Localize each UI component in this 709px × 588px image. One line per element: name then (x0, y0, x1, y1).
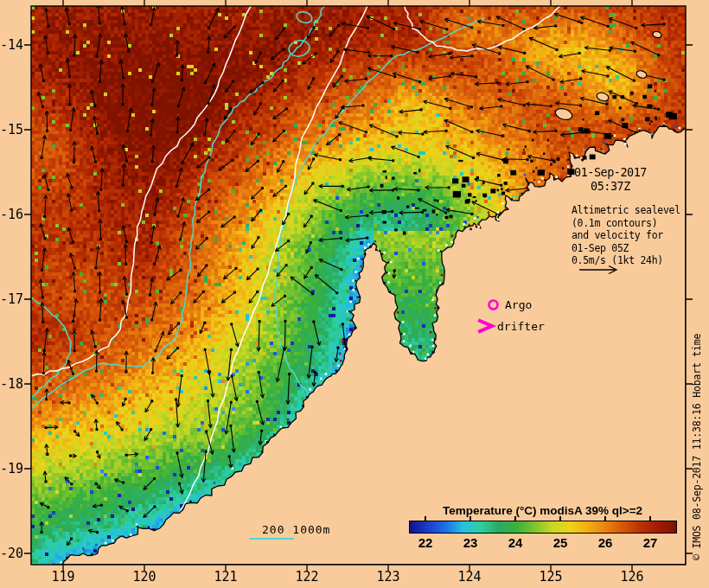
isobath-scale-label: 200 1000m (262, 523, 330, 536)
datetime-annotation: 01-Sep-2017 05:37Z (571, 165, 650, 193)
x-axis-label: 121 (200, 570, 252, 585)
sst-map-canvas (0, 0, 709, 588)
argo-marker-icon (487, 298, 501, 312)
colorbar-tick-label: 24 (498, 535, 533, 550)
date-line: 01-Sep-2017 (571, 165, 650, 179)
isobath-scale-line (249, 538, 294, 540)
colorbar-gradient (409, 521, 677, 534)
altimetric-line: 01-Sep 05Z (572, 242, 680, 255)
colorbar-tick-label: 22 (408, 535, 443, 550)
y-axis-label: -14 (0, 38, 23, 53)
altimetric-line: Altimetric sealevel (572, 204, 680, 217)
y-axis-label: -20 (0, 546, 23, 561)
colorbar-tick-label: 25 (543, 535, 578, 550)
sst-map-figure: -14 -15 -16 -17 -18 -19 -20 119 120 121 … (0, 0, 709, 588)
x-axis-label: 123 (362, 570, 414, 585)
colorbar-tick (604, 516, 606, 521)
y-axis-label: -18 (0, 377, 23, 392)
x-axis-label: 122 (281, 570, 333, 585)
colorbar-title: Temperature (°C) modisA 39% ql>=2 (374, 504, 709, 517)
y-axis-label: -16 (0, 208, 23, 222)
x-axis-label: 119 (37, 570, 89, 585)
colorbar-tick (514, 516, 516, 521)
x-axis-label: 124 (444, 570, 495, 585)
colorbar-tick (649, 516, 651, 521)
x-axis-label: 126 (606, 570, 658, 585)
altimetric-annotation: Altimetric sealevel (0.1m contours) and … (572, 204, 680, 267)
x-axis-label: 125 (525, 570, 577, 585)
colorbar-tick-label: 23 (453, 535, 488, 550)
x-axis-label: 120 (118, 570, 170, 585)
velocity-scale-arrow (578, 264, 623, 276)
argo-label: Argo (505, 298, 532, 311)
altimetric-line: (0.1m contours) (572, 217, 680, 230)
colorbar-tick-label: 26 (588, 535, 623, 550)
time-line: 05:37Z (571, 179, 650, 193)
copyright-text: © IMOS 08-Sep-2017 11:38:16 Hobart time (691, 183, 703, 560)
colorbar-tick (425, 516, 426, 521)
drifter-marker-icon (477, 318, 495, 334)
colorbar-tick (559, 516, 561, 521)
drifter-label: drifter (497, 320, 545, 333)
y-axis-label: -17 (0, 292, 23, 307)
colorbar-tick (469, 516, 471, 521)
y-axis-label: -19 (0, 462, 23, 476)
y-axis-label: -15 (0, 123, 23, 137)
colorbar-tick-label: 27 (633, 535, 667, 550)
altimetric-line: and velocity for (572, 229, 680, 242)
